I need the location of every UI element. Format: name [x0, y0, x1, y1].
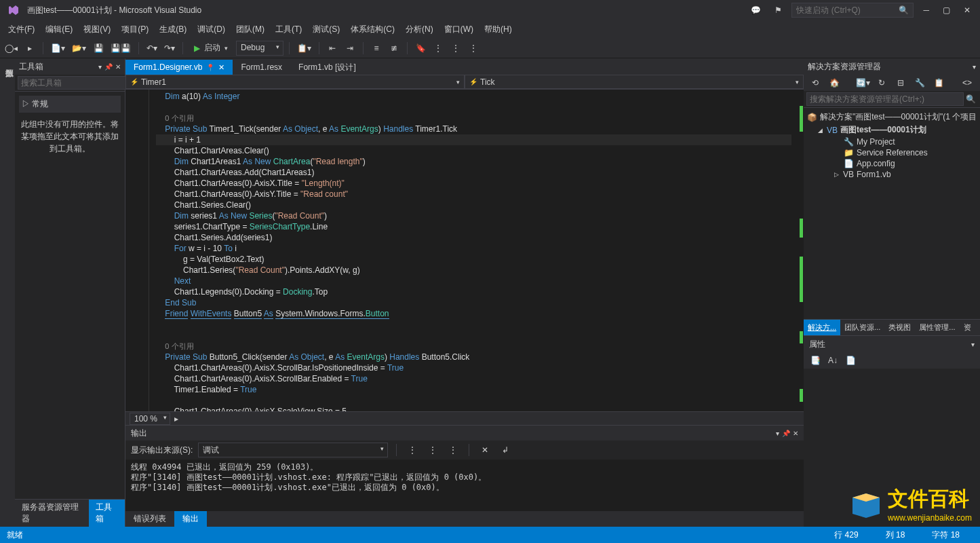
- open-file-button[interactable]: 📂▾: [70, 41, 88, 56]
- sync-icon[interactable]: 🔄▾: [855, 75, 870, 90]
- quick-launch[interactable]: 🔍: [791, 3, 914, 18]
- file-tab[interactable]: Form1.vb [设计]: [290, 60, 364, 75]
- menu-item[interactable]: 分析(N): [400, 21, 439, 38]
- clear-output-button[interactable]: ✕: [477, 443, 492, 457]
- tree-item[interactable]: 📄App.config: [806, 158, 977, 169]
- save-all-button[interactable]: 💾💾: [109, 41, 133, 56]
- menu-item[interactable]: 项目(P): [116, 21, 154, 38]
- props-title: 属性: [809, 339, 968, 350]
- redo-button[interactable]: ↷▾: [162, 41, 177, 56]
- menu-item[interactable]: 体系结构(C): [345, 21, 400, 38]
- collapse-icon[interactable]: ⊟: [893, 75, 908, 90]
- start-debug-button[interactable]: ▶启动▾: [189, 40, 233, 56]
- output-source-combo[interactable]: 调试: [198, 443, 388, 457]
- maximize-button[interactable]: ▢: [939, 3, 954, 18]
- back-icon[interactable]: ⟲: [808, 75, 823, 90]
- toolbox-tab[interactable]: 服务器资源管理器: [15, 500, 89, 527]
- menu-item[interactable]: 窗口(W): [439, 21, 479, 38]
- scrollbar-map[interactable]: [791, 90, 804, 411]
- minimize-button[interactable]: ─: [919, 3, 933, 18]
- tree-item[interactable]: ▷VBForm1.vb: [806, 169, 977, 180]
- tb-icon-a[interactable]: ⋮: [431, 41, 446, 56]
- left-dock-tab[interactable]: 数据源: [0, 58, 15, 527]
- output-tool-c[interactable]: ⋮: [446, 443, 460, 457]
- dropdown-icon[interactable]: ▾: [973, 63, 976, 71]
- menu-item[interactable]: 测试(S): [307, 21, 345, 38]
- tree-item[interactable]: 🔧My Project: [806, 136, 977, 147]
- project-node[interactable]: ◢VB画图test——00001计划: [806, 124, 977, 136]
- pin-icon[interactable]: 📍: [206, 64, 214, 71]
- config-combo[interactable]: Debug: [236, 41, 283, 56]
- output-tab[interactable]: 输出: [174, 511, 207, 527]
- tree-item[interactable]: 📁Service References: [806, 147, 977, 158]
- explorer-search-input[interactable]: [806, 92, 964, 106]
- close-icon[interactable]: ✕: [793, 430, 798, 437]
- menu-item[interactable]: 帮助(H): [479, 21, 517, 38]
- output-tab[interactable]: 错误列表: [125, 511, 174, 527]
- pin-icon[interactable]: 📌: [104, 63, 113, 71]
- toolbox-group[interactable]: ▷ 常规: [19, 96, 121, 113]
- zoom-combo[interactable]: 100 %: [130, 413, 170, 425]
- close-icon[interactable]: ✕: [218, 63, 224, 72]
- quick-launch-input[interactable]: [796, 5, 899, 15]
- member-method-combo[interactable]: ⚡Tick: [465, 75, 804, 89]
- toolbox-tab[interactable]: 工具箱: [89, 500, 125, 527]
- dropdown-icon[interactable]: ▾: [98, 63, 102, 71]
- indent-in-button[interactable]: ⇥: [342, 41, 357, 56]
- menu-item[interactable]: 生成(B): [154, 21, 192, 38]
- right-panel-tab[interactable]: 资: [960, 320, 975, 335]
- toggle-wrap-button[interactable]: ↲: [498, 443, 513, 457]
- menu-item[interactable]: 团队(M): [231, 21, 270, 38]
- right-panel-tab[interactable]: 解决方...: [804, 320, 840, 335]
- dropdown-icon[interactable]: ▾: [971, 341, 975, 348]
- tb-icon-c[interactable]: ⋮: [466, 41, 481, 56]
- right-panel-tab[interactable]: 类视图: [884, 320, 915, 335]
- refresh-icon[interactable]: ↻: [874, 75, 889, 90]
- close-icon[interactable]: ✕: [115, 63, 121, 71]
- member-scope-combo[interactable]: ⚡Timer1: [125, 75, 465, 89]
- process-button[interactable]: 📋▾: [295, 41, 313, 56]
- indent-out-button[interactable]: ⇤: [325, 41, 340, 56]
- toolbox-search-input[interactable]: [18, 76, 126, 90]
- close-button[interactable]: ✕: [960, 3, 975, 18]
- nav-back-button[interactable]: ◯◂: [3, 41, 20, 56]
- flag-icon[interactable]: ⚑: [770, 3, 786, 18]
- save-button[interactable]: 💾: [91, 41, 106, 56]
- pin-icon[interactable]: 📌: [782, 430, 790, 437]
- menu-item[interactable]: 视图(V): [78, 21, 116, 38]
- code-editor[interactable]: Dim a(10) As Integer 0 个引用 Private Sub T…: [125, 90, 804, 411]
- menu-item[interactable]: 工具(T): [270, 21, 307, 38]
- props-az-icon[interactable]: A↓: [825, 353, 840, 368]
- menu-item[interactable]: 编辑(E): [40, 21, 78, 38]
- toolbox-bottom-tabs: 服务器资源管理器工具箱: [15, 499, 125, 527]
- output-tool-a[interactable]: ⋮: [405, 443, 420, 457]
- menu-item[interactable]: 调试(D): [192, 21, 231, 38]
- file-tab[interactable]: Form1.Designer.vb📍✕: [125, 60, 233, 75]
- dropdown-icon[interactable]: ▾: [776, 430, 779, 437]
- new-project-button[interactable]: 📄▾: [49, 41, 67, 56]
- chevron-right-icon[interactable]: ▸: [174, 414, 178, 424]
- output-text[interactable]: 线程 0x4994 已退出，返回值为 259 (0x103)。 程序"[3140…: [125, 460, 804, 511]
- bookmark-button[interactable]: 🔖: [413, 41, 428, 56]
- properties-icon[interactable]: 🔧: [912, 75, 927, 90]
- tb-icon-b[interactable]: ⋮: [448, 41, 463, 56]
- right-panel-tab[interactable]: 属性管理...: [915, 320, 959, 335]
- notifications-icon[interactable]: 💬: [747, 3, 765, 18]
- code-icon[interactable]: <>: [960, 75, 975, 90]
- status-row: 行 429: [834, 529, 858, 541]
- comment-button[interactable]: ≡: [369, 41, 384, 56]
- nav-fwd-button[interactable]: ▸: [22, 41, 37, 56]
- file-tab[interactable]: Form1.resx: [233, 60, 290, 75]
- search-icon[interactable]: 🔍: [964, 94, 977, 104]
- home-icon[interactable]: 🏠: [827, 75, 842, 90]
- solution-node[interactable]: 📦解决方案"画图test——00001计划"(1 个项目: [806, 111, 977, 124]
- menu-item[interactable]: 文件(F): [3, 21, 40, 38]
- right-panel-tab[interactable]: 团队资源...: [840, 320, 884, 335]
- uncomment-button[interactable]: ≢: [387, 41, 401, 56]
- props-page-icon[interactable]: 📄: [843, 353, 858, 368]
- props-cat-icon[interactable]: 📑: [808, 353, 823, 368]
- show-all-icon[interactable]: 📋: [931, 75, 946, 90]
- status-bar: 就绪 行 429 列 18 字符 18: [0, 527, 980, 543]
- output-tool-b[interactable]: ⋮: [425, 443, 440, 457]
- undo-button[interactable]: ↶▾: [144, 41, 159, 56]
